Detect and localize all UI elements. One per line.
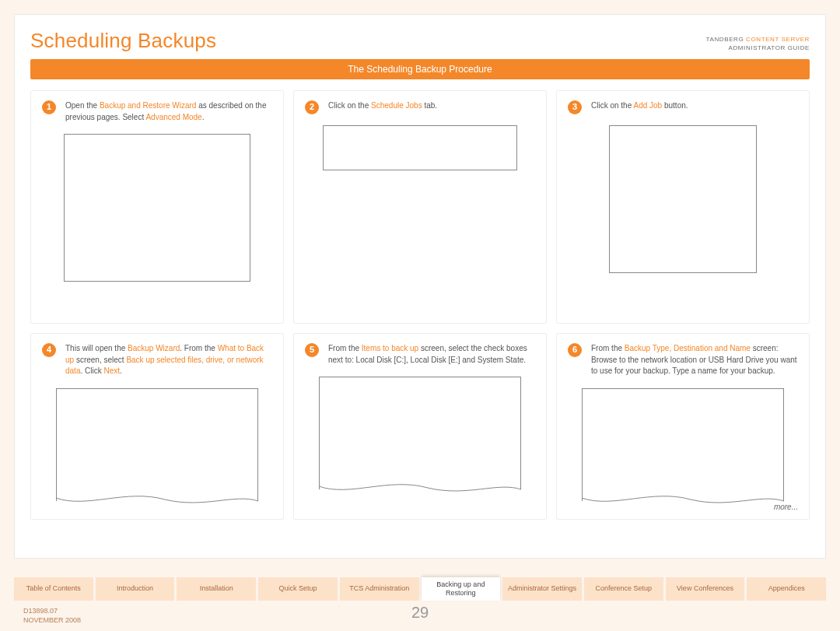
brand-text-a: TANDBERG <box>706 36 746 43</box>
screenshot-placeholder-torn <box>56 388 258 501</box>
nav-item-tcs-administration[interactable]: TCS Administration <box>340 577 419 601</box>
page-number: 29 <box>411 604 429 622</box>
nav-item-appendices[interactable]: Appendices <box>747 577 826 601</box>
step-text: From the Backup Type, Destination and Na… <box>591 343 798 377</box>
more-link[interactable]: more... <box>774 502 798 514</box>
nav-item-view-conferences[interactable]: View Conferences <box>666 577 745 601</box>
step-text: Click on the Schedule Jobs tab. <box>328 100 437 114</box>
screenshot-placeholder <box>323 125 517 170</box>
brand-block: TANDBERG CONTENT SERVER ADMINISTRATOR GU… <box>706 36 810 53</box>
page-title: Scheduling Backups <box>30 29 216 53</box>
nav-item-conference-setup[interactable]: Conference Setup <box>584 577 663 601</box>
step-text: Open the Backup and Restore Wizard as de… <box>65 100 272 123</box>
step-cell-5: 5From the Items to back up screen, selec… <box>293 333 547 520</box>
doc-date: NOVEMBER 2008 <box>23 616 81 626</box>
screenshot-placeholder <box>64 134 250 282</box>
nav-item-installation[interactable]: Installation <box>177 577 256 601</box>
step-text: This will open the Backup Wizard. From t… <box>65 343 272 377</box>
brand-text-b: CONTENT SERVER <box>746 36 810 43</box>
step-text: Click on the Add Job button. <box>591 100 688 114</box>
section-title-bar: The Scheduling Backup Procedure <box>30 59 810 79</box>
step-number-badge: 5 <box>305 343 319 357</box>
step-head: 5From the Items to back up screen, selec… <box>305 343 535 366</box>
step-number-badge: 3 <box>568 100 582 114</box>
step-number-badge: 2 <box>305 100 319 114</box>
step-number-badge: 1 <box>42 100 56 114</box>
step-head: 2Click on the Schedule Jobs tab. <box>305 100 535 114</box>
steps-row-1: 1Open the Backup and Restore Wizard as d… <box>30 90 810 324</box>
bottom-nav: Table of ContentsIntroductionInstallatio… <box>14 577 826 601</box>
doc-meta: D13898.07 NOVEMBER 2008 <box>23 607 81 625</box>
step-head: 3Click on the Add Job button. <box>568 100 798 114</box>
nav-item-table-of-contents[interactable]: Table of Contents <box>14 577 93 601</box>
step-head: 4This will open the Backup Wizard. From … <box>42 343 272 377</box>
step-number-badge: 4 <box>42 343 56 357</box>
screenshot-placeholder <box>609 125 757 273</box>
screenshot-placeholder-torn <box>582 388 784 501</box>
nav-item-quick-setup[interactable]: Quick Setup <box>258 577 338 601</box>
screenshot-placeholder-torn <box>319 377 521 489</box>
step-cell-3: 3Click on the Add Job button. <box>556 90 810 324</box>
brand-subtitle: ADMINISTRATOR GUIDE <box>706 44 810 53</box>
step-cell-1: 1Open the Backup and Restore Wizard as d… <box>30 90 284 324</box>
step-text: From the Items to back up screen, select… <box>328 343 535 366</box>
step-head: 1Open the Backup and Restore Wizard as d… <box>42 100 272 123</box>
step-head: 6From the Backup Type, Destination and N… <box>568 343 798 377</box>
steps-row-2: 4This will open the Backup Wizard. From … <box>30 333 810 520</box>
doc-number: D13898.07 <box>23 607 81 616</box>
nav-item-backing-up-and-restoring[interactable]: Backing up and Restoring <box>422 577 501 601</box>
step-cell-2: 2Click on the Schedule Jobs tab. <box>293 90 547 324</box>
footer: D13898.07 NOVEMBER 2008 29 <box>23 607 817 625</box>
page-body: Scheduling Backups TANDBERG CONTENT SERV… <box>14 14 826 559</box>
step-cell-4: 4This will open the Backup Wizard. From … <box>30 333 284 520</box>
nav-item-introduction[interactable]: Introduction <box>96 577 175 601</box>
header-row: Scheduling Backups TANDBERG CONTENT SERV… <box>30 29 810 53</box>
step-cell-6: 6From the Backup Type, Destination and N… <box>556 333 810 520</box>
nav-item-administrator-settings[interactable]: Administrator Settings <box>502 577 582 601</box>
step-number-badge: 6 <box>568 343 582 357</box>
